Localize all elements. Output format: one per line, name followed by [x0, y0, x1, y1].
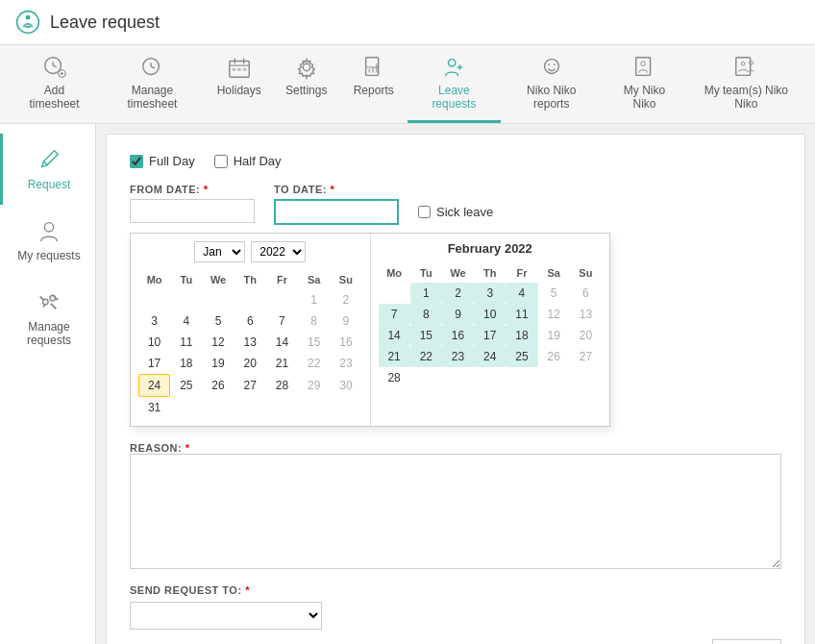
cal-day[interactable]: 3	[138, 310, 170, 332]
sidebar-item-request[interactable]: Request	[0, 134, 95, 205]
half-day-checkbox-label[interactable]: Half Day	[214, 154, 282, 168]
sick-leave-checkbox[interactable]	[418, 206, 431, 218]
cal-day[interactable]: 23	[442, 346, 474, 367]
cal-day[interactable]: 14	[266, 332, 298, 353]
svg-point-32	[554, 63, 556, 65]
cal-day	[379, 283, 410, 304]
cal-day[interactable]: 2	[330, 289, 361, 310]
cal-day[interactable]: 9	[442, 304, 474, 325]
full-day-checkbox-label[interactable]: Full Day	[130, 154, 195, 168]
day-name: Tu	[410, 263, 442, 283]
cal-day	[410, 367, 442, 388]
cal-day[interactable]: 11	[506, 304, 537, 325]
nav-item-leave-requests[interactable]: Leave requests	[408, 45, 501, 123]
cal-day[interactable]: 3	[474, 283, 506, 304]
sidebar-item-my-requests[interactable]: My requests	[0, 205, 95, 276]
cal-day[interactable]: 31	[138, 397, 170, 418]
cal-day[interactable]: 7	[379, 304, 410, 325]
cal-day[interactable]: 25	[170, 374, 202, 397]
send-request-select[interactable]	[130, 602, 322, 630]
cal-day	[506, 367, 537, 388]
cal-day[interactable]: 26	[538, 346, 570, 367]
cal-day[interactable]: 11	[170, 332, 202, 353]
cal-day[interactable]: 5	[202, 310, 234, 332]
calendar-month-feb: February 2022 Mo Tu We Th Fr Sa Su 1 2 3…	[371, 234, 610, 426]
cal-day[interactable]: 24	[474, 346, 506, 367]
cal-day[interactable]: 15	[298, 332, 330, 353]
cal-day[interactable]: 15	[410, 325, 442, 346]
svg-point-36	[742, 62, 746, 65]
nav-item-manage-timesheet[interactable]: Manage timesheet	[99, 45, 206, 123]
cal-day[interactable]: 19	[538, 325, 570, 346]
from-date-input[interactable]	[130, 199, 255, 223]
nav-item-my-teams-niko-niko[interactable]: My team(s) Niko Niko	[687, 45, 805, 123]
cal-day[interactable]: 23	[330, 353, 361, 374]
cal-day[interactable]: 13	[570, 304, 602, 325]
cal-day[interactable]: 2	[442, 283, 474, 304]
nav-item-niko-niko-reports[interactable]: Niko Niko reports	[501, 45, 602, 123]
nav-item-my-niko-niko[interactable]: My Niko Niko	[602, 45, 686, 123]
cal-day[interactable]: 19	[202, 353, 234, 374]
cal-day[interactable]: 4	[506, 283, 537, 304]
cal-day[interactable]: 4	[170, 310, 202, 332]
cal-day[interactable]: 27	[235, 374, 266, 397]
cal-day[interactable]: 26	[202, 374, 234, 397]
save-button[interactable]: Save	[712, 639, 781, 644]
sick-leave-checkbox-label[interactable]: Sick leave	[418, 205, 493, 219]
nav-item-reports[interactable]: Reports	[340, 45, 408, 123]
cal-day[interactable]: 8	[410, 304, 442, 325]
cal-day[interactable]: 14	[379, 325, 410, 346]
sidebar-item-manage-requests[interactable]: Manage requests	[0, 276, 95, 360]
cal-day[interactable]: 6	[570, 283, 602, 304]
add-timesheet-icon	[42, 55, 67, 80]
from-date-label: FROM DATE: *	[130, 184, 255, 195]
full-day-checkbox[interactable]	[130, 155, 143, 168]
cal-day[interactable]: 22	[298, 353, 330, 374]
cal-day[interactable]: 17	[474, 325, 506, 346]
svg-point-39	[44, 223, 53, 232]
cal-day[interactable]: 17	[138, 353, 170, 374]
cal-day[interactable]: 5	[538, 283, 570, 304]
cal-day[interactable]: 18	[506, 325, 537, 346]
cal-day[interactable]: 10	[474, 304, 506, 325]
svg-point-0	[17, 12, 39, 34]
cal-day[interactable]: 6	[235, 310, 266, 332]
year-select-jan[interactable]: 202120222023	[251, 241, 306, 262]
cal-day[interactable]: 25	[506, 346, 537, 367]
cal-day[interactable]: 16	[442, 325, 474, 346]
cal-day[interactable]: 21	[266, 353, 298, 374]
cal-day[interactable]: 21	[379, 346, 410, 367]
cal-day[interactable]: 10	[138, 332, 170, 353]
cal-day[interactable]: 12	[538, 304, 570, 325]
reason-textarea[interactable]	[130, 454, 781, 569]
cal-day[interactable]: 9	[330, 310, 361, 332]
cal-day[interactable]: 20	[235, 353, 266, 374]
cal-day[interactable]: 16	[330, 332, 361, 353]
cal-day[interactable]: 28	[266, 374, 298, 397]
cal-day[interactable]: 8	[298, 310, 330, 332]
nav-item-add-timesheet[interactable]: Add timesheet	[10, 45, 99, 123]
to-date-input[interactable]	[274, 199, 399, 225]
cal-day	[538, 367, 570, 388]
cal-day-today[interactable]: 24	[138, 374, 170, 397]
nav-item-settings[interactable]: Settings	[273, 45, 340, 123]
cal-day	[298, 397, 330, 418]
cal-day[interactable]: 29	[298, 374, 330, 397]
bottom-row: Save	[130, 639, 781, 644]
send-section: SEND REQUEST TO: *	[130, 584, 781, 630]
cal-day[interactable]: 13	[235, 332, 266, 353]
cal-day[interactable]: 12	[202, 332, 234, 353]
cal-day[interactable]: 28	[379, 367, 410, 388]
cal-day[interactable]: 1	[410, 283, 442, 304]
half-day-checkbox[interactable]	[214, 155, 228, 168]
cal-day[interactable]: 20	[570, 325, 602, 346]
cal-day[interactable]: 30	[330, 374, 361, 397]
cal-day[interactable]: 22	[410, 346, 442, 367]
cal-day[interactable]: 1	[298, 289, 330, 310]
cal-day[interactable]: 27	[570, 346, 602, 367]
nav-item-holidays[interactable]: Holidays	[206, 45, 273, 123]
cal-day[interactable]: 18	[170, 353, 202, 374]
cal-day[interactable]: 7	[266, 310, 298, 332]
cal-day	[266, 289, 298, 310]
month-select-jan[interactable]: JanFebMar AprMayJun JulAugSep OctNovDec	[194, 241, 245, 262]
